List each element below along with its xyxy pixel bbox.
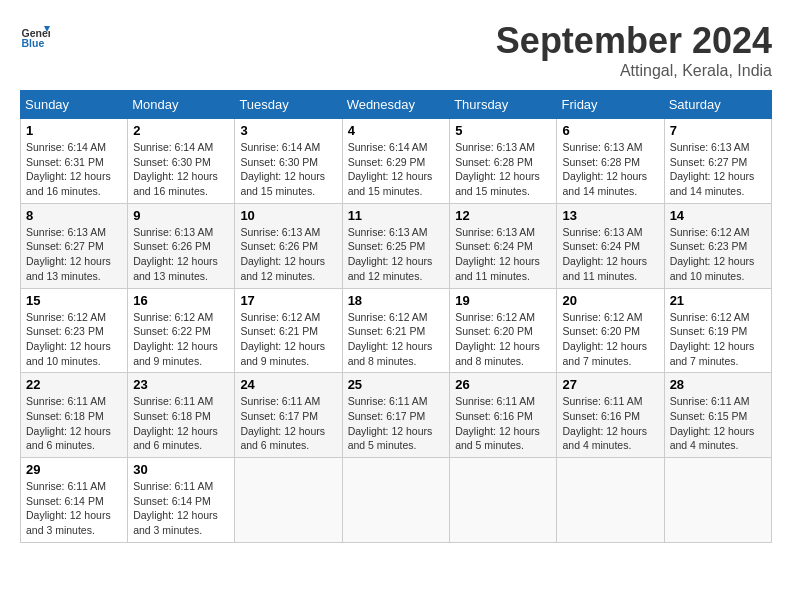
day-header-friday: Friday bbox=[557, 91, 664, 119]
calendar-cell: 19 Sunrise: 6:12 AM Sunset: 6:20 PM Dayl… bbox=[450, 288, 557, 373]
calendar-cell: 9 Sunrise: 6:13 AM Sunset: 6:26 PM Dayli… bbox=[128, 203, 235, 288]
calendar-cell: 16 Sunrise: 6:12 AM Sunset: 6:22 PM Dayl… bbox=[128, 288, 235, 373]
day-number: 18 bbox=[348, 293, 445, 308]
calendar-cell: 18 Sunrise: 6:12 AM Sunset: 6:21 PM Dayl… bbox=[342, 288, 450, 373]
day-number: 21 bbox=[670, 293, 766, 308]
sunset-label: Sunset: 6:17 PM bbox=[240, 410, 318, 422]
daylight-label: Daylight: 12 hours and 15 minutes. bbox=[455, 170, 540, 197]
calendar-cell: 4 Sunrise: 6:14 AM Sunset: 6:29 PM Dayli… bbox=[342, 119, 450, 204]
day-number: 5 bbox=[455, 123, 551, 138]
day-header-thursday: Thursday bbox=[450, 91, 557, 119]
calendar-cell bbox=[664, 458, 771, 543]
daylight-label: Daylight: 12 hours and 11 minutes. bbox=[562, 255, 647, 282]
calendar-cell: 29 Sunrise: 6:11 AM Sunset: 6:14 PM Dayl… bbox=[21, 458, 128, 543]
sunset-label: Sunset: 6:23 PM bbox=[26, 325, 104, 337]
day-info: Sunrise: 6:12 AM Sunset: 6:22 PM Dayligh… bbox=[133, 310, 229, 369]
day-number: 10 bbox=[240, 208, 336, 223]
sunset-label: Sunset: 6:27 PM bbox=[26, 240, 104, 252]
day-info: Sunrise: 6:14 AM Sunset: 6:30 PM Dayligh… bbox=[240, 140, 336, 199]
day-info: Sunrise: 6:12 AM Sunset: 6:20 PM Dayligh… bbox=[455, 310, 551, 369]
day-info: Sunrise: 6:14 AM Sunset: 6:31 PM Dayligh… bbox=[26, 140, 122, 199]
sunset-label: Sunset: 6:18 PM bbox=[133, 410, 211, 422]
sunset-label: Sunset: 6:22 PM bbox=[133, 325, 211, 337]
daylight-label: Daylight: 12 hours and 14 minutes. bbox=[670, 170, 755, 197]
day-info: Sunrise: 6:11 AM Sunset: 6:14 PM Dayligh… bbox=[26, 479, 122, 538]
day-number: 15 bbox=[26, 293, 122, 308]
calendar-cell: 15 Sunrise: 6:12 AM Sunset: 6:23 PM Dayl… bbox=[21, 288, 128, 373]
day-info: Sunrise: 6:13 AM Sunset: 6:28 PM Dayligh… bbox=[562, 140, 658, 199]
calendar-cell: 12 Sunrise: 6:13 AM Sunset: 6:24 PM Dayl… bbox=[450, 203, 557, 288]
day-info: Sunrise: 6:11 AM Sunset: 6:14 PM Dayligh… bbox=[133, 479, 229, 538]
calendar-table: SundayMondayTuesdayWednesdayThursdayFrid… bbox=[20, 90, 772, 543]
sunrise-label: Sunrise: 6:12 AM bbox=[455, 311, 535, 323]
calendar-cell: 22 Sunrise: 6:11 AM Sunset: 6:18 PM Dayl… bbox=[21, 373, 128, 458]
day-number: 26 bbox=[455, 377, 551, 392]
sunrise-label: Sunrise: 6:13 AM bbox=[562, 226, 642, 238]
calendar-cell: 10 Sunrise: 6:13 AM Sunset: 6:26 PM Dayl… bbox=[235, 203, 342, 288]
sunset-label: Sunset: 6:16 PM bbox=[562, 410, 640, 422]
daylight-label: Daylight: 12 hours and 6 minutes. bbox=[240, 425, 325, 452]
sunset-label: Sunset: 6:16 PM bbox=[455, 410, 533, 422]
calendar-cell: 1 Sunrise: 6:14 AM Sunset: 6:31 PM Dayli… bbox=[21, 119, 128, 204]
calendar-week-row: 15 Sunrise: 6:12 AM Sunset: 6:23 PM Dayl… bbox=[21, 288, 772, 373]
sunset-label: Sunset: 6:21 PM bbox=[240, 325, 318, 337]
sunrise-label: Sunrise: 6:11 AM bbox=[240, 395, 320, 407]
calendar-cell: 14 Sunrise: 6:12 AM Sunset: 6:23 PM Dayl… bbox=[664, 203, 771, 288]
sunrise-label: Sunrise: 6:14 AM bbox=[133, 141, 213, 153]
day-info: Sunrise: 6:11 AM Sunset: 6:16 PM Dayligh… bbox=[455, 394, 551, 453]
daylight-label: Daylight: 12 hours and 13 minutes. bbox=[133, 255, 218, 282]
sunset-label: Sunset: 6:21 PM bbox=[348, 325, 426, 337]
daylight-label: Daylight: 12 hours and 9 minutes. bbox=[133, 340, 218, 367]
day-info: Sunrise: 6:12 AM Sunset: 6:23 PM Dayligh… bbox=[26, 310, 122, 369]
day-number: 28 bbox=[670, 377, 766, 392]
daylight-label: Daylight: 12 hours and 7 minutes. bbox=[562, 340, 647, 367]
sunset-label: Sunset: 6:14 PM bbox=[133, 495, 211, 507]
calendar-week-row: 29 Sunrise: 6:11 AM Sunset: 6:14 PM Dayl… bbox=[21, 458, 772, 543]
day-info: Sunrise: 6:13 AM Sunset: 6:26 PM Dayligh… bbox=[133, 225, 229, 284]
day-number: 24 bbox=[240, 377, 336, 392]
daylight-label: Daylight: 12 hours and 16 minutes. bbox=[133, 170, 218, 197]
month-title: September 2024 bbox=[496, 20, 772, 62]
calendar-cell: 11 Sunrise: 6:13 AM Sunset: 6:25 PM Dayl… bbox=[342, 203, 450, 288]
calendar-week-row: 8 Sunrise: 6:13 AM Sunset: 6:27 PM Dayli… bbox=[21, 203, 772, 288]
day-number: 30 bbox=[133, 462, 229, 477]
day-number: 7 bbox=[670, 123, 766, 138]
calendar-cell: 24 Sunrise: 6:11 AM Sunset: 6:17 PM Dayl… bbox=[235, 373, 342, 458]
sunset-label: Sunset: 6:26 PM bbox=[133, 240, 211, 252]
calendar-cell: 23 Sunrise: 6:11 AM Sunset: 6:18 PM Dayl… bbox=[128, 373, 235, 458]
day-info: Sunrise: 6:14 AM Sunset: 6:30 PM Dayligh… bbox=[133, 140, 229, 199]
daylight-label: Daylight: 12 hours and 13 minutes. bbox=[26, 255, 111, 282]
daylight-label: Daylight: 12 hours and 4 minutes. bbox=[670, 425, 755, 452]
day-info: Sunrise: 6:12 AM Sunset: 6:20 PM Dayligh… bbox=[562, 310, 658, 369]
day-number: 12 bbox=[455, 208, 551, 223]
calendar-body: 1 Sunrise: 6:14 AM Sunset: 6:31 PM Dayli… bbox=[21, 119, 772, 543]
sunrise-label: Sunrise: 6:12 AM bbox=[133, 311, 213, 323]
sunrise-label: Sunrise: 6:11 AM bbox=[133, 480, 213, 492]
calendar-cell: 28 Sunrise: 6:11 AM Sunset: 6:15 PM Dayl… bbox=[664, 373, 771, 458]
calendar-cell: 30 Sunrise: 6:11 AM Sunset: 6:14 PM Dayl… bbox=[128, 458, 235, 543]
calendar-cell: 27 Sunrise: 6:11 AM Sunset: 6:16 PM Dayl… bbox=[557, 373, 664, 458]
daylight-label: Daylight: 12 hours and 12 minutes. bbox=[348, 255, 433, 282]
day-number: 6 bbox=[562, 123, 658, 138]
day-number: 14 bbox=[670, 208, 766, 223]
daylight-label: Daylight: 12 hours and 5 minutes. bbox=[348, 425, 433, 452]
sunrise-label: Sunrise: 6:13 AM bbox=[133, 226, 213, 238]
day-info: Sunrise: 6:13 AM Sunset: 6:26 PM Dayligh… bbox=[240, 225, 336, 284]
sunset-label: Sunset: 6:20 PM bbox=[455, 325, 533, 337]
sunset-label: Sunset: 6:30 PM bbox=[133, 156, 211, 168]
calendar-cell: 7 Sunrise: 6:13 AM Sunset: 6:27 PM Dayli… bbox=[664, 119, 771, 204]
sunrise-label: Sunrise: 6:11 AM bbox=[26, 480, 106, 492]
sunset-label: Sunset: 6:17 PM bbox=[348, 410, 426, 422]
calendar-cell: 5 Sunrise: 6:13 AM Sunset: 6:28 PM Dayli… bbox=[450, 119, 557, 204]
day-number: 25 bbox=[348, 377, 445, 392]
day-info: Sunrise: 6:12 AM Sunset: 6:19 PM Dayligh… bbox=[670, 310, 766, 369]
calendar-cell bbox=[557, 458, 664, 543]
sunset-label: Sunset: 6:27 PM bbox=[670, 156, 748, 168]
daylight-label: Daylight: 12 hours and 8 minutes. bbox=[348, 340, 433, 367]
calendar-cell: 25 Sunrise: 6:11 AM Sunset: 6:17 PM Dayl… bbox=[342, 373, 450, 458]
sunrise-label: Sunrise: 6:13 AM bbox=[670, 141, 750, 153]
logo: General Blue bbox=[20, 20, 50, 50]
sunrise-label: Sunrise: 6:12 AM bbox=[562, 311, 642, 323]
calendar-cell: 8 Sunrise: 6:13 AM Sunset: 6:27 PM Dayli… bbox=[21, 203, 128, 288]
daylight-label: Daylight: 12 hours and 3 minutes. bbox=[26, 509, 111, 536]
